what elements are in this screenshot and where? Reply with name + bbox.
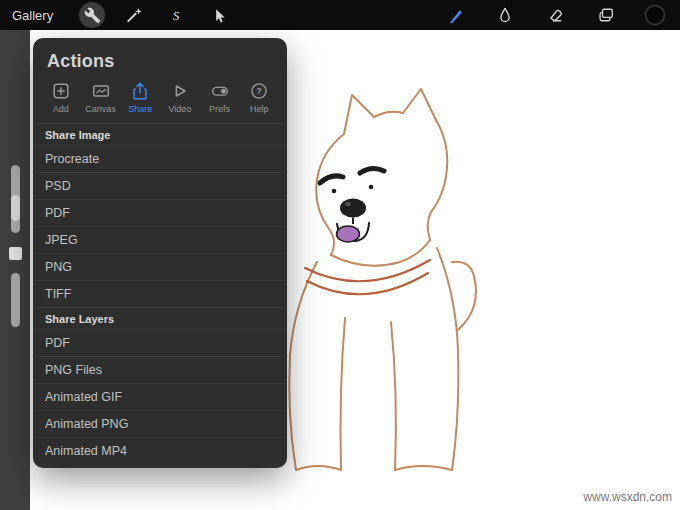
share-option-png-files[interactable]: PNG Files [33, 356, 287, 383]
sidebar-sliders [0, 165, 30, 327]
share-option-pdf[interactable]: PDF [33, 199, 287, 226]
share-option-tiff[interactable]: TIFF [33, 280, 287, 307]
svg-text:S: S [173, 8, 180, 23]
tab-label: Help [250, 104, 269, 114]
share-icon [130, 81, 150, 101]
share-option-animated-png[interactable]: Animated PNG [33, 410, 287, 437]
top-toolbar: Gallery S [0, 0, 680, 30]
tab-share[interactable]: Share [120, 81, 160, 114]
tab-label: Prefs [209, 104, 230, 114]
tab-canvas[interactable]: Canvas [81, 81, 121, 114]
adjustments-icon[interactable] [121, 2, 147, 28]
svg-text:?: ? [256, 86, 262, 96]
smudge-icon[interactable] [492, 2, 518, 28]
gallery-button[interactable]: Gallery [12, 8, 53, 23]
transform-icon[interactable] [205, 2, 231, 28]
paint-brush-icon[interactable] [442, 2, 468, 28]
share-option-jpeg[interactable]: JPEG [33, 226, 287, 253]
tab-label: Add [53, 104, 69, 114]
tab-label: Share [128, 104, 152, 114]
section-header-share-layers: Share Layers [33, 307, 287, 329]
share-option-png[interactable]: PNG [33, 253, 287, 280]
share-option-psd[interactable]: PSD [33, 172, 287, 199]
panel-title: Actions [47, 51, 287, 72]
brush-size-slider[interactable] [11, 165, 20, 233]
color-swatch[interactable] [642, 2, 668, 28]
actions-wrench-icon[interactable] [79, 2, 105, 28]
tab-video[interactable]: Video [160, 81, 200, 114]
tab-prefs[interactable]: Prefs [200, 81, 240, 114]
share-option-procreate[interactable]: Procreate [33, 145, 287, 172]
opacity-slider[interactable] [11, 273, 20, 327]
tab-label: Canvas [85, 104, 116, 114]
section-header-share-image: Share Image [33, 123, 287, 145]
brush-size-handle[interactable] [11, 195, 20, 221]
add-icon [51, 81, 71, 101]
prefs-icon [210, 81, 230, 101]
share-option-pdf[interactable]: PDF [33, 329, 287, 356]
tab-label: Video [168, 104, 191, 114]
share-options-list: Share ImageProcreatePSDPDFJPEGPNGTIFFSha… [33, 123, 287, 464]
share-option-animated-gif[interactable]: Animated GIF [33, 383, 287, 410]
tab-add[interactable]: Add [41, 81, 81, 114]
actions-panel: Actions AddCanvasShareVideoPrefs?Help Sh… [33, 38, 287, 468]
modify-button[interactable] [9, 247, 22, 260]
layers-icon[interactable] [592, 2, 618, 28]
canvas-icon [91, 81, 111, 101]
selection-icon[interactable]: S [163, 2, 189, 28]
video-icon [170, 81, 190, 101]
procreate-app: www.wsxdn.com Gallery S [0, 0, 680, 510]
panel-tabs: AddCanvasShareVideoPrefs?Help [33, 81, 287, 123]
tab-help[interactable]: ?Help [239, 81, 279, 114]
watermark: www.wsxdn.com [583, 490, 672, 504]
help-icon: ? [249, 81, 269, 101]
share-option-animated-mp4[interactable]: Animated MP4 [33, 437, 287, 464]
eraser-icon[interactable] [542, 2, 568, 28]
